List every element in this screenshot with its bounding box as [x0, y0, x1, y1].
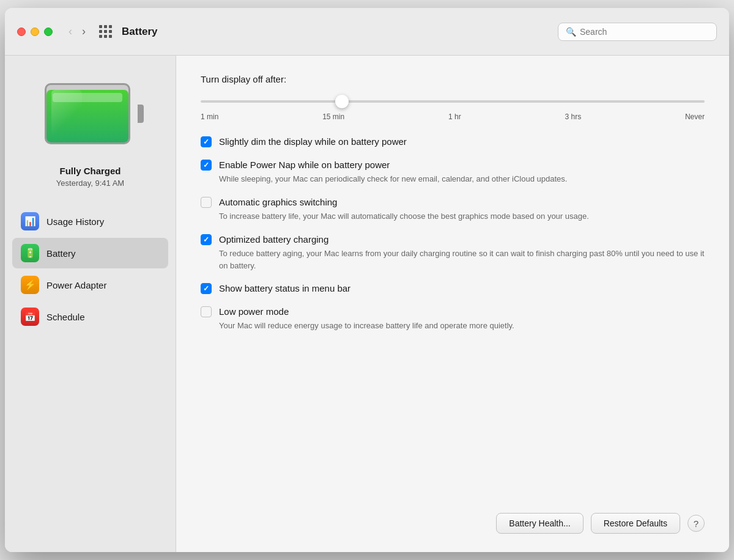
option-label-auto-graphics: Automatic graphics switching	[219, 196, 589, 208]
option-dim-display: Slightly dim the display while on batter…	[201, 136, 705, 148]
checkbox-auto-graphics[interactable]	[201, 197, 212, 208]
back-button[interactable]: ‹	[65, 23, 76, 40]
power-adapter-icon: ⚡	[21, 276, 39, 294]
checkbox-optimized-charging[interactable]	[201, 234, 212, 245]
checkbox-low-power[interactable]	[201, 306, 212, 317]
grid-dot	[104, 35, 107, 38]
slider-section-title: Turn display off after:	[201, 74, 705, 84]
option-auto-graphics: Automatic graphics switching To increase…	[201, 196, 705, 223]
option-show-status: Show battery status in menu bar	[201, 282, 705, 295]
maximize-button[interactable]	[44, 28, 53, 36]
minimize-button[interactable]	[31, 28, 39, 36]
sidebar-label-usage-history: Usage History	[46, 216, 104, 227]
grid-dot	[99, 25, 102, 28]
battery-graphic	[45, 80, 136, 147]
display-sleep-slider-section: Turn display off after: 1 min 15 min 1 h…	[201, 74, 705, 121]
grid-dot	[99, 30, 102, 33]
grid-dot	[109, 30, 112, 33]
settings-panel: Turn display off after: 1 min 15 min 1 h…	[176, 56, 729, 552]
sidebar-label-battery: Battery	[46, 248, 76, 259]
grid-dot	[104, 25, 107, 28]
close-button[interactable]	[17, 28, 26, 36]
slider-label-1min: 1 min	[201, 112, 218, 121]
help-button[interactable]: ?	[688, 515, 705, 532]
schedule-icon: 📅	[21, 308, 39, 326]
slider-label-1hr: 1 hr	[448, 112, 461, 121]
option-power-nap: Enable Power Nap while on battery power …	[201, 159, 705, 185]
sidebar-item-power-adapter[interactable]: ⚡ Power Adapter	[12, 270, 168, 300]
grid-dot	[109, 35, 112, 38]
option-label-low-power: Low power mode	[219, 306, 514, 318]
sidebar-item-battery[interactable]: 🔋 Battery	[12, 238, 168, 268]
grid-dot	[99, 35, 102, 38]
option-label-show-status: Show battery status in menu bar	[219, 282, 350, 295]
battery-health-button[interactable]: Battery Health...	[496, 513, 583, 534]
sidebar-nav: 📊 Usage History 🔋 Battery ⚡ Power Adapte…	[5, 206, 176, 332]
option-label-dim-display: Slightly dim the display while on batter…	[219, 136, 407, 148]
option-low-power: Low power mode Your Mac will reduce ener…	[201, 306, 705, 332]
battery-status-title: Fully Charged	[56, 166, 124, 176]
search-icon: 🔍	[566, 27, 576, 37]
option-optimized-charging: Optimized battery charging To reduce bat…	[201, 234, 705, 272]
option-desc-power-nap: While sleeping, your Mac can periodicall…	[219, 173, 567, 185]
sidebar-label-power-adapter: Power Adapter	[46, 280, 106, 290]
window-title: Battery	[122, 26, 158, 38]
battery-status-time: Yesterday, 9:41 AM	[56, 179, 124, 188]
search-bar[interactable]: 🔍	[558, 23, 717, 41]
battery-nav-icon: 🔋	[21, 244, 39, 262]
titlebar: ‹ › Battery 🔍	[5, 8, 729, 56]
sidebar-label-schedule: Schedule	[46, 312, 85, 322]
slider-label-never: Never	[685, 112, 705, 121]
option-label-power-nap: Enable Power Nap while on battery power	[219, 159, 567, 171]
sidebar: Fully Charged Yesterday, 9:41 AM 📊 Usage…	[5, 56, 176, 552]
grid-icon[interactable]	[99, 25, 112, 38]
checkbox-show-status[interactable]	[201, 283, 212, 294]
traffic-lights	[17, 28, 53, 36]
main-content: Fully Charged Yesterday, 9:41 AM 📊 Usage…	[5, 56, 729, 552]
option-label-optimized-charging: Optimized battery charging	[219, 234, 705, 246]
forward-button[interactable]: ›	[78, 23, 89, 40]
sidebar-item-schedule[interactable]: 📅 Schedule	[12, 301, 168, 332]
battery-fill	[46, 90, 128, 142]
slider-label-3hrs: 3 hrs	[565, 112, 581, 121]
slider-label-15min: 15 min	[322, 112, 344, 121]
option-desc-low-power: Your Mac will reduce energy usage to inc…	[219, 320, 514, 332]
sidebar-item-usage-history[interactable]: 📊 Usage History	[12, 206, 168, 237]
slider-labels: 1 min 15 min 1 hr 3 hrs Never	[201, 112, 705, 121]
checkbox-dim-display[interactable]	[201, 136, 212, 147]
battery-icon-container	[42, 74, 139, 153]
nav-buttons: ‹ ›	[65, 23, 89, 40]
battery-status: Fully Charged Yesterday, 9:41 AM	[56, 166, 124, 188]
slider-track[interactable]	[201, 94, 705, 109]
option-desc-auto-graphics: To increase battery life, your Mac will …	[219, 210, 589, 223]
battery-tip	[138, 105, 144, 123]
grid-dot	[104, 30, 107, 33]
checkbox-power-nap[interactable]	[201, 160, 212, 171]
restore-defaults-button[interactable]: Restore Defaults	[591, 513, 680, 534]
slider-thumb[interactable]	[335, 95, 349, 108]
usage-history-icon: 📊	[21, 212, 39, 230]
slider-background	[201, 100, 705, 103]
search-input[interactable]	[580, 27, 709, 37]
option-desc-optimized-charging: To reduce battery aging, your Mac learns…	[219, 248, 705, 271]
main-window: ‹ › Battery 🔍	[5, 8, 729, 552]
battery-body	[45, 83, 130, 144]
grid-dot	[109, 25, 112, 28]
panel-footer: Battery Health... Restore Defaults ?	[201, 495, 705, 534]
